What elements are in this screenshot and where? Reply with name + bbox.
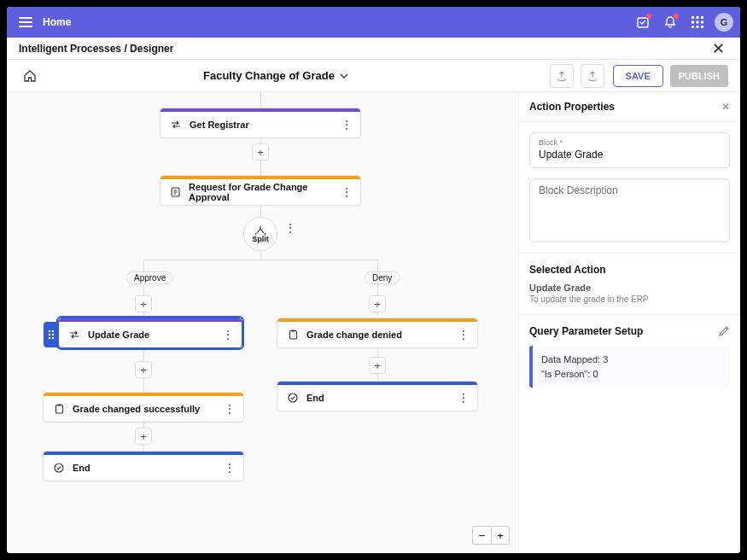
bell-icon[interactable]	[658, 10, 682, 34]
node-grade-denied[interactable]: Grade change denied ⋮	[277, 318, 478, 348]
node-menu-icon[interactable]: ⋮	[458, 392, 469, 404]
close-panel-icon[interactable]: ✕	[721, 101, 730, 113]
branch-approve-label[interactable]: Approve	[126, 271, 173, 284]
svg-point-15	[49, 337, 50, 339]
svg-rect-4	[692, 21, 694, 24]
node-update-grade[interactable]: Update Grade ⋮	[58, 318, 242, 348]
block-name-field[interactable]: Block * Update Grade	[529, 132, 730, 168]
panel-title: Action Properties	[529, 101, 615, 113]
description-textarea[interactable]	[539, 184, 721, 232]
node-end-right[interactable]: End ⋮	[277, 381, 478, 411]
clipboard-icon	[286, 330, 300, 340]
qps-line: Data Mapped: 3	[541, 353, 721, 367]
svg-point-11	[49, 330, 50, 332]
node-label: End	[73, 463, 90, 473]
save-button[interactable]: SAVE	[613, 65, 663, 87]
zoom-controls: − +	[472, 526, 510, 545]
node-menu-icon[interactable]: ⋮	[341, 119, 352, 131]
section-title: Selected Action	[529, 264, 730, 276]
breadcrumb-bar: Intelligent Processes / Designer ✕	[7, 38, 740, 60]
zoom-out-button[interactable]: −	[472, 526, 491, 545]
svg-rect-21	[58, 405, 61, 406]
field-label: Block *	[539, 138, 721, 147]
form-icon	[169, 187, 182, 197]
node-menu-icon[interactable]: ⋮	[458, 329, 469, 341]
svg-rect-8	[697, 26, 699, 28]
node-label: Update Grade	[88, 330, 149, 340]
svg-rect-6	[701, 21, 703, 24]
check-circle-icon	[286, 393, 300, 403]
node-label: Grade changed successfully	[73, 404, 200, 414]
svg-rect-5	[697, 21, 699, 24]
svg-point-13	[49, 334, 50, 335]
drag-handle-icon[interactable]	[44, 322, 59, 347]
node-menu-icon[interactable]: ⋮	[225, 403, 235, 415]
node-grade-changed[interactable]: Grade changed successfully ⋮	[43, 392, 244, 423]
add-node-button[interactable]: +	[369, 357, 386, 374]
section-title: Query Parameter Setup	[529, 325, 643, 337]
process-title[interactable]: Faculty Change of Grade	[203, 69, 335, 82]
svg-rect-3	[701, 16, 703, 19]
properties-panel: Action Properties ✕ Block * Update Grade…	[518, 92, 740, 553]
tasks-icon[interactable]	[631, 10, 655, 34]
home-icon[interactable]	[19, 65, 41, 87]
svg-rect-2	[697, 16, 699, 19]
svg-rect-1	[692, 16, 694, 19]
add-node-button[interactable]: +	[369, 295, 386, 312]
branch-deny-label[interactable]: Deny	[365, 271, 400, 284]
node-menu-icon[interactable]: ⋮	[341, 186, 352, 198]
edit-icon[interactable]	[718, 325, 730, 337]
action-name: Update Grade	[529, 283, 730, 293]
check-circle-icon	[52, 463, 66, 473]
node-label: Get Registrar	[190, 120, 249, 130]
node-menu-icon[interactable]: ⋮	[285, 222, 295, 234]
node-menu-icon[interactable]: ⋮	[225, 462, 235, 474]
node-end-left[interactable]: End ⋮	[43, 451, 244, 481]
nav-home-label[interactable]: Home	[43, 16, 71, 28]
svg-rect-17	[289, 331, 296, 340]
zoom-in-button[interactable]: +	[491, 526, 510, 545]
node-menu-icon[interactable]: ⋮	[223, 329, 233, 341]
action-desc: To update the grade in the ERP	[529, 295, 730, 304]
svg-point-19	[289, 394, 297, 402]
block-description-field[interactable]	[529, 178, 730, 242]
chevron-down-icon[interactable]	[340, 73, 348, 79]
svg-rect-9	[701, 26, 703, 28]
split-node[interactable]: Split	[243, 217, 277, 251]
publish-button[interactable]: PUBLISH	[670, 65, 728, 87]
node-request-approval[interactable]: Request for Grade Change Approval ⋮	[160, 175, 361, 206]
svg-point-12	[52, 330, 54, 332]
node-label: Grade change denied	[306, 330, 402, 340]
flow-canvas[interactable]: Get Registrar ⋮ + Request for Grade Chan…	[7, 92, 518, 553]
svg-rect-18	[292, 330, 295, 332]
close-icon[interactable]: ✕	[708, 38, 728, 59]
export-button-2[interactable]	[581, 64, 604, 88]
clipboard-icon	[52, 404, 66, 414]
split-label: Split	[252, 235, 269, 243]
add-node-button[interactable]: +	[135, 295, 152, 312]
designer-toolbar: Faculty Change of Grade SAVE PUBLISH	[7, 60, 740, 92]
export-button-1[interactable]	[550, 64, 574, 88]
add-node-button[interactable]: +	[135, 361, 152, 378]
field-value: Update Grade	[539, 149, 721, 160]
add-node-button[interactable]: +	[135, 428, 152, 445]
apps-icon[interactable]	[686, 10, 709, 34]
top-app-bar: Home G	[7, 7, 740, 38]
node-get-registrar[interactable]: Get Registrar ⋮	[160, 108, 361, 138]
svg-rect-7	[692, 26, 694, 28]
swap-icon	[169, 120, 183, 130]
query-param-section: Query Parameter Setup Data Mapped: 3 "Is…	[519, 314, 740, 398]
node-label: End	[306, 393, 324, 403]
node-label: Request for Grade Change Approval	[189, 182, 341, 202]
svg-point-14	[52, 334, 54, 335]
add-node-button[interactable]: +	[252, 143, 269, 160]
svg-rect-20	[55, 405, 62, 414]
avatar[interactable]: G	[715, 13, 733, 32]
query-param-summary: Data Mapped: 3 "Is Person": 0	[529, 346, 730, 388]
menu-icon[interactable]	[14, 10, 38, 34]
swap-icon	[67, 330, 81, 340]
svg-point-22	[55, 464, 63, 472]
selected-action-section: Selected Action Update Grade To update t…	[519, 253, 740, 314]
breadcrumb: Intelligent Processes / Designer	[19, 43, 173, 55]
qps-line: "Is Person": 0	[541, 367, 721, 382]
